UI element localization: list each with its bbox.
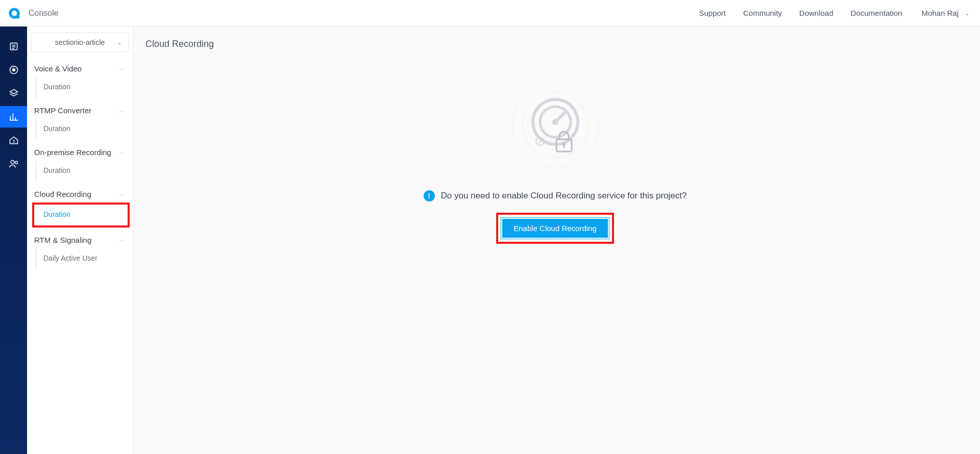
nav-group-header-voice-video[interactable]: Voice & Video ︿ — [31, 59, 129, 77]
nav-group-label: Cloud Recording — [34, 190, 91, 198]
chevron-up-icon: ︿ — [119, 236, 126, 244]
user-name: Mohan Raj — [921, 9, 959, 17]
rail-item-projects[interactable] — [0, 36, 27, 57]
nav-group-header-onpremise[interactable]: On-premise Recording ︿ — [31, 143, 129, 161]
chevron-up-icon: ︿ — [119, 148, 126, 157]
svg-point-13 — [11, 160, 14, 164]
header-link-support[interactable]: Support — [699, 9, 726, 17]
enable-cloud-recording-button[interactable]: Enable Cloud Recording — [501, 218, 609, 239]
svg-text:$: $ — [12, 139, 15, 143]
icon-rail: $ — [0, 27, 27, 454]
chevron-up-icon: ︿ — [119, 64, 126, 73]
nav-group-header-rtmp[interactable]: RTMP Converter ︿ — [31, 101, 129, 119]
chevron-down-icon: ⌄ — [117, 39, 122, 46]
nav-group-label: RTMP Converter — [34, 106, 91, 115]
top-header: Console Support Community Download Docum… — [0, 0, 980, 27]
header-link-download[interactable]: Download — [799, 9, 834, 17]
nav-group-onpremise-recording: On-premise Recording ︿ Duration — [31, 143, 129, 182]
page-title: Cloud Recording — [145, 39, 965, 49]
nav-group-header-rtm[interactable]: RTM & Signaling ︿ — [31, 231, 129, 248]
header-links: Support Community Download Documentation — [699, 9, 902, 17]
enable-prompt-text: Do you need to enable Cloud Recording se… — [441, 191, 687, 201]
user-menu[interactable]: Mohan Raj ⌄ — [921, 9, 970, 17]
lock-gauge-illustration — [499, 69, 611, 181]
chevron-up-icon: ︿ — [119, 190, 126, 198]
console-label: Console — [29, 9, 59, 18]
left-nav: sectionio-article ⌄ Voice & Video ︿ Dura… — [27, 27, 133, 454]
rail-item-layers[interactable] — [0, 83, 27, 104]
enable-panel: ! Do you need to enable Cloud Recording … — [145, 69, 965, 244]
header-link-documentation[interactable]: Documentation — [851, 9, 902, 17]
nav-group-rtm-signaling: RTM & Signaling ︿ Daily Active User — [31, 231, 129, 269]
nav-group-cloud-recording: Cloud Recording ︿ Duration — [31, 185, 129, 228]
svg-marker-7 — [10, 90, 17, 94]
nav-group-rtmp-converter: RTMP Converter ︿ Duration — [31, 101, 129, 140]
enable-prompt-row: ! Do you need to enable Cloud Recording … — [424, 190, 687, 201]
rail-item-members[interactable] — [0, 153, 27, 174]
nav-group-label: Voice & Video — [34, 64, 82, 73]
info-icon: ! — [424, 190, 435, 201]
nav-group-header-cloud-recording[interactable]: Cloud Recording ︿ — [31, 185, 129, 203]
rail-item-usage[interactable] — [0, 106, 27, 128]
nav-group-voice-video: Voice & Video ︿ Duration — [31, 59, 129, 98]
project-selected-label: sectionio-article — [55, 38, 105, 46]
brand-logo — [7, 6, 21, 20]
main-content: Cloud Recording — [133, 27, 980, 454]
nav-item-rtm-dau[interactable]: Daily Active User — [36, 251, 129, 265]
nav-item-onpremise-duration[interactable]: Duration — [36, 163, 129, 178]
highlight-enable-button: Enable Cloud Recording — [496, 213, 614, 244]
header-link-community[interactable]: Community — [743, 9, 782, 17]
nav-item-rtmp-duration[interactable]: Duration — [36, 121, 129, 136]
nav-group-label: On-premise Recording — [34, 148, 111, 157]
rail-item-billing[interactable]: $ — [0, 130, 27, 151]
rail-item-dashboard[interactable] — [0, 59, 27, 81]
chevron-up-icon: ︿ — [119, 106, 126, 115]
svg-point-5 — [12, 69, 15, 71]
nav-item-voice-video-duration[interactable]: Duration — [36, 80, 129, 94]
nav-item-cloud-recording-duration[interactable]: Duration — [34, 207, 128, 221]
highlight-cloud-recording-duration: Duration — [32, 203, 130, 228]
chevron-down-icon: ⌄ — [965, 10, 970, 17]
nav-group-label: RTM & Signaling — [34, 236, 91, 244]
svg-point-14 — [15, 161, 17, 164]
project-selector[interactable]: sectionio-article ⌄ — [31, 33, 129, 52]
